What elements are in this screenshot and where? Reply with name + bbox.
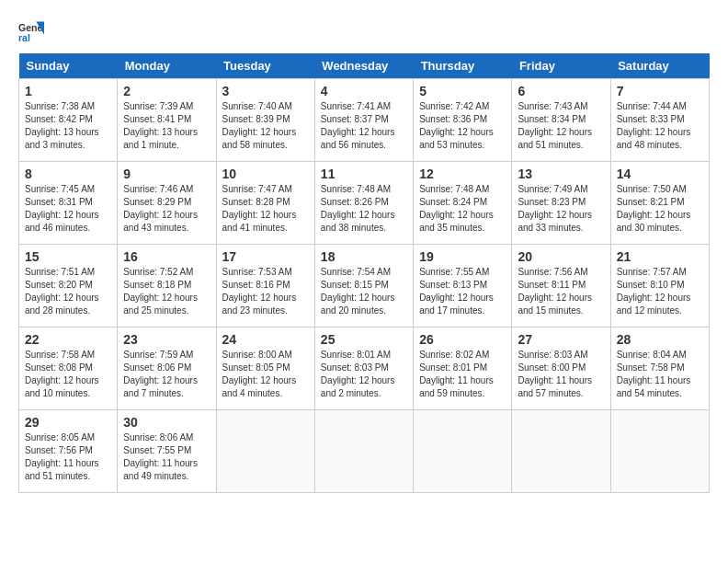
- week-row-5: 29Sunrise: 8:05 AM Sunset: 7:56 PM Dayli…: [19, 410, 710, 493]
- day-number: 19: [419, 249, 506, 264]
- calendar-cell: 9Sunrise: 7:46 AM Sunset: 8:29 PM Daylig…: [118, 162, 216, 245]
- day-number: 3: [222, 84, 309, 98]
- calendar-cell: [314, 410, 413, 493]
- day-info: Sunrise: 7:48 AM Sunset: 8:26 PM Dayligh…: [321, 183, 407, 235]
- day-info: Sunrise: 7:43 AM Sunset: 8:34 PM Dayligh…: [518, 100, 604, 152]
- day-info: Sunrise: 7:38 AM Sunset: 8:42 PM Dayligh…: [25, 100, 111, 152]
- day-number: 11: [321, 167, 407, 181]
- day-info: Sunrise: 8:03 AM Sunset: 8:00 PM Dayligh…: [518, 349, 604, 400]
- day-info: Sunrise: 8:01 AM Sunset: 8:03 PM Dayligh…: [321, 349, 407, 400]
- day-info: Sunrise: 7:54 AM Sunset: 8:15 PM Dayligh…: [321, 266, 407, 317]
- calendar-cell: 27Sunrise: 8:03 AM Sunset: 8:00 PM Dayli…: [512, 327, 610, 410]
- day-number: 5: [419, 84, 506, 98]
- calendar-cell: 24Sunrise: 8:00 AM Sunset: 8:05 PM Dayli…: [216, 327, 314, 410]
- calendar-cell: 4Sunrise: 7:41 AM Sunset: 8:37 PM Daylig…: [314, 79, 413, 162]
- calendar-cell: 1Sunrise: 7:38 AM Sunset: 8:42 PM Daylig…: [19, 79, 118, 162]
- header-monday: Monday: [118, 53, 216, 79]
- calendar-cell: [610, 410, 709, 493]
- day-info: Sunrise: 7:42 AM Sunset: 8:36 PM Dayligh…: [419, 100, 506, 152]
- calendar-cell: 11Sunrise: 7:48 AM Sunset: 8:26 PM Dayli…: [314, 162, 413, 245]
- calendar-cell: 30Sunrise: 8:06 AM Sunset: 7:55 PM Dayli…: [118, 410, 216, 493]
- calendar-cell: 19Sunrise: 7:55 AM Sunset: 8:13 PM Dayli…: [414, 245, 512, 327]
- calendar-cell: 22Sunrise: 7:58 AM Sunset: 8:08 PM Dayli…: [19, 327, 118, 410]
- day-number: 24: [222, 332, 309, 347]
- day-number: 18: [321, 249, 407, 264]
- svg-text:ral: ral: [18, 32, 30, 43]
- day-info: Sunrise: 7:56 AM Sunset: 8:11 PM Dayligh…: [518, 266, 604, 317]
- header-thursday: Thursday: [414, 53, 512, 79]
- day-number: 21: [617, 249, 703, 264]
- day-info: Sunrise: 7:58 AM Sunset: 8:08 PM Dayligh…: [25, 349, 111, 400]
- calendar-cell: 17Sunrise: 7:53 AM Sunset: 8:16 PM Dayli…: [216, 245, 314, 327]
- day-number: 28: [617, 332, 703, 347]
- day-number: 2: [123, 84, 210, 98]
- calendar-table: SundayMondayTuesdayWednesdayThursdayFrid…: [18, 53, 710, 493]
- day-number: 16: [123, 249, 210, 264]
- logo-icon: Gene ral: [18, 18, 44, 44]
- day-info: Sunrise: 7:46 AM Sunset: 8:29 PM Dayligh…: [123, 183, 210, 235]
- day-info: Sunrise: 7:55 AM Sunset: 8:13 PM Dayligh…: [419, 266, 506, 317]
- day-number: 30: [123, 415, 210, 430]
- page-header: Gene ral: [18, 18, 710, 44]
- calendar-cell: 3Sunrise: 7:40 AM Sunset: 8:39 PM Daylig…: [216, 79, 314, 162]
- day-info: Sunrise: 7:41 AM Sunset: 8:37 PM Dayligh…: [321, 100, 407, 152]
- calendar-cell: 25Sunrise: 8:01 AM Sunset: 8:03 PM Dayli…: [314, 327, 413, 410]
- logo: Gene ral: [18, 18, 48, 44]
- calendar-cell: 26Sunrise: 8:02 AM Sunset: 8:01 PM Dayli…: [414, 327, 512, 410]
- day-info: Sunrise: 7:40 AM Sunset: 8:39 PM Dayligh…: [222, 100, 309, 152]
- header-saturday: Saturday: [610, 53, 709, 79]
- header-wednesday: Wednesday: [314, 53, 413, 79]
- day-number: 8: [25, 167, 111, 181]
- header-friday: Friday: [512, 53, 610, 79]
- day-info: Sunrise: 8:04 AM Sunset: 7:58 PM Dayligh…: [617, 349, 703, 400]
- day-info: Sunrise: 7:50 AM Sunset: 8:21 PM Dayligh…: [617, 183, 703, 235]
- day-number: 15: [25, 249, 111, 264]
- calendar-cell: 6Sunrise: 7:43 AM Sunset: 8:34 PM Daylig…: [512, 79, 610, 162]
- calendar-cell: 28Sunrise: 8:04 AM Sunset: 7:58 PM Dayli…: [610, 327, 709, 410]
- week-row-4: 22Sunrise: 7:58 AM Sunset: 8:08 PM Dayli…: [19, 327, 710, 410]
- day-number: 17: [222, 249, 309, 264]
- day-number: 14: [617, 167, 703, 181]
- calendar-cell: 21Sunrise: 7:57 AM Sunset: 8:10 PM Dayli…: [610, 245, 709, 327]
- header-sunday: Sunday: [19, 53, 118, 79]
- day-info: Sunrise: 7:44 AM Sunset: 8:33 PM Dayligh…: [617, 100, 703, 152]
- calendar-cell: 10Sunrise: 7:47 AM Sunset: 8:28 PM Dayli…: [216, 162, 314, 245]
- calendar-cell: 7Sunrise: 7:44 AM Sunset: 8:33 PM Daylig…: [610, 79, 709, 162]
- day-number: 29: [25, 415, 111, 430]
- day-info: Sunrise: 7:57 AM Sunset: 8:10 PM Dayligh…: [617, 266, 703, 317]
- week-row-3: 15Sunrise: 7:51 AM Sunset: 8:20 PM Dayli…: [19, 245, 710, 327]
- calendar-cell: [414, 410, 512, 493]
- day-info: Sunrise: 7:49 AM Sunset: 8:23 PM Dayligh…: [518, 183, 604, 235]
- week-row-1: 1Sunrise: 7:38 AM Sunset: 8:42 PM Daylig…: [19, 79, 710, 162]
- day-info: Sunrise: 7:52 AM Sunset: 8:18 PM Dayligh…: [123, 266, 210, 317]
- calendar-cell: 20Sunrise: 7:56 AM Sunset: 8:11 PM Dayli…: [512, 245, 610, 327]
- calendar-cell: [216, 410, 314, 493]
- day-number: 12: [419, 167, 506, 181]
- day-number: 23: [123, 332, 210, 347]
- calendar-cell: 16Sunrise: 7:52 AM Sunset: 8:18 PM Dayli…: [118, 245, 216, 327]
- calendar-cell: 2Sunrise: 7:39 AM Sunset: 8:41 PM Daylig…: [118, 79, 216, 162]
- day-info: Sunrise: 7:47 AM Sunset: 8:28 PM Dayligh…: [222, 183, 309, 235]
- day-number: 25: [321, 332, 407, 347]
- week-row-2: 8Sunrise: 7:45 AM Sunset: 8:31 PM Daylig…: [19, 162, 710, 245]
- header-row: SundayMondayTuesdayWednesdayThursdayFrid…: [19, 53, 710, 79]
- calendar-cell: 5Sunrise: 7:42 AM Sunset: 8:36 PM Daylig…: [414, 79, 512, 162]
- day-info: Sunrise: 8:00 AM Sunset: 8:05 PM Dayligh…: [222, 349, 309, 400]
- calendar-cell: 18Sunrise: 7:54 AM Sunset: 8:15 PM Dayli…: [314, 245, 413, 327]
- day-info: Sunrise: 8:02 AM Sunset: 8:01 PM Dayligh…: [419, 349, 506, 400]
- day-info: Sunrise: 8:05 AM Sunset: 7:56 PM Dayligh…: [25, 431, 111, 483]
- day-number: 6: [518, 84, 604, 98]
- day-info: Sunrise: 7:48 AM Sunset: 8:24 PM Dayligh…: [419, 183, 506, 235]
- day-number: 7: [617, 84, 703, 98]
- day-number: 20: [518, 249, 604, 264]
- day-number: 10: [222, 167, 309, 181]
- calendar-cell: 29Sunrise: 8:05 AM Sunset: 7:56 PM Dayli…: [19, 410, 118, 493]
- day-number: 9: [123, 167, 210, 181]
- day-info: Sunrise: 7:53 AM Sunset: 8:16 PM Dayligh…: [222, 266, 309, 317]
- day-info: Sunrise: 7:45 AM Sunset: 8:31 PM Dayligh…: [25, 183, 111, 235]
- calendar-cell: 8Sunrise: 7:45 AM Sunset: 8:31 PM Daylig…: [19, 162, 118, 245]
- calendar-cell: 12Sunrise: 7:48 AM Sunset: 8:24 PM Dayli…: [414, 162, 512, 245]
- day-number: 4: [321, 84, 407, 98]
- day-number: 27: [518, 332, 604, 347]
- day-number: 26: [419, 332, 506, 347]
